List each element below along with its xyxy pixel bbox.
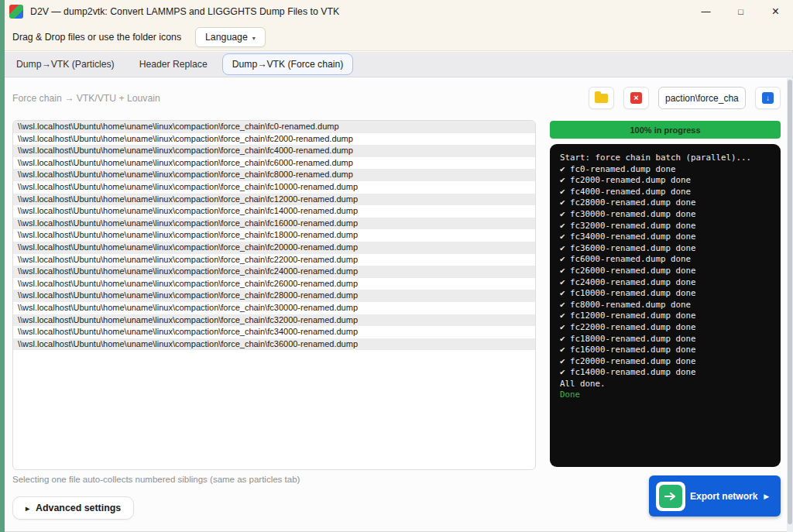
console-line: All done. [560,379,771,390]
console-line: ✔ fc6000-renamed.dump done [560,254,771,266]
window-scrollbar[interactable] [787,78,793,532]
file-row[interactable]: \\wsl.localhost\Ubuntu\home\uname\linux\… [13,266,535,278]
language-label: Language [205,32,248,43]
clear-list-button[interactable] [623,87,649,109]
console-line: ✔ fc36000-renamed.dump done [560,243,771,255]
console-line: ✔ fc28000-renamed.dump done [560,197,771,209]
console-line: ✔ fc16000-renamed.dump done [560,345,771,356]
console-line: ✔ fc30000-renamed.dump done [560,209,771,221]
console-line: ✔ fc18000-renamed.dump done [560,334,771,345]
file-row[interactable]: \\wsl.localhost\Ubuntu\home\uname\linux\… [13,338,535,351]
console-line: ✔ fc4000-renamed.dump done [560,187,771,198]
play-icon: ▶ [764,493,769,500]
output-toolbar [589,87,781,109]
file-row[interactable]: \\wsl.localhost\Ubuntu\home\uname\linux\… [13,290,535,302]
file-row[interactable]: \\wsl.localhost\Ubuntu\home\uname\linux\… [13,326,535,338]
file-list[interactable]: \\wsl.localhost\Ubuntu\home\uname\linux\… [12,120,536,470]
file-row[interactable]: \\wsl.localhost\Ubuntu\home\uname\linux\… [13,194,535,206]
tab-dump-vtk-force-chain[interactable]: Dump→VTK (Force chain) [222,53,354,75]
scrollbar-thumb[interactable] [788,80,792,524]
language-dropdown[interactable]: Language ▾ [195,27,266,47]
close-icon: × [772,5,779,19]
output-path-input[interactable] [658,87,746,109]
file-row[interactable]: \\wsl.localhost\Ubuntu\home\uname\linux\… [13,157,535,170]
file-row[interactable]: \\wsl.localhost\Ubuntu\home\uname\linux\… [13,254,535,266]
console-line: Done [560,390,771,401]
console-line: ✔ fc0-renamed.dump done [560,164,771,176]
file-row[interactable]: \\wsl.localhost\Ubuntu\home\uname\linux\… [13,302,535,314]
sibling-hint: Selecting one file auto-collects numbere… [12,475,300,484]
console-line: ✔ fc2000-renamed.dump done [560,175,771,187]
titlebar: D2V — dump2vtk: Convert LAMMPS and LIGGG… [0,0,793,23]
toolbar: Drag & Drop files or use the folder icon… [0,23,793,51]
maximize-button[interactable]: □ [723,0,758,23]
advanced-settings-label: Advanced settings [36,503,121,513]
close-button[interactable]: × [758,0,793,23]
console-line: ✔ fc10000-renamed.dump done [560,288,771,300]
console-line: ✔ fc26000-renamed.dump done [560,266,771,277]
window-controls: — □ × [688,0,793,23]
file-row[interactable]: \\wsl.localhost\Ubuntu\home\uname\linux\… [13,314,535,327]
file-row[interactable]: \\wsl.localhost\Ubuntu\home\uname\linux\… [13,133,535,146]
file-row[interactable]: \\wsl.localhost\Ubuntu\home\uname\linux\… [13,205,535,218]
clear-x-icon [630,92,642,104]
minimize-button[interactable]: — [688,0,723,23]
app-icon [9,5,23,19]
file-row[interactable]: \\wsl.localhost\Ubuntu\home\uname\linux\… [13,181,535,194]
progress-label: 100% in progress [550,121,781,139]
export-icon [656,482,685,511]
folder-open-icon [595,94,608,103]
console-log[interactable]: Start: force chain batch (parallel)...✔ … [550,144,781,467]
file-row[interactable]: \\wsl.localhost\Ubuntu\home\uname\linux\… [13,121,535,133]
tab-dump-vtk-particles[interactable]: Dump→VTK (Particles) [6,53,125,75]
save-icon [762,92,774,104]
console-line: Start: force chain batch (parallel)... [560,153,771,164]
tab-header-replace[interactable]: Header Replace [129,53,218,75]
expander-icon: ▸ [26,504,29,513]
file-row[interactable]: \\wsl.localhost\Ubuntu\home\uname\linux\… [13,278,535,290]
export-label: Export network [690,491,757,502]
file-row[interactable]: \\wsl.localhost\Ubuntu\home\uname\linux\… [13,145,535,157]
export-arrow-icon [659,485,682,508]
file-row[interactable]: \\wsl.localhost\Ubuntu\home\uname\linux\… [13,229,535,242]
console-line: ✔ fc32000-renamed.dump done [560,221,771,232]
console-line: ✔ fc24000-renamed.dump done [560,277,771,289]
console-line: ✔ fc8000-renamed.dump done [560,300,771,311]
advanced-settings-button[interactable]: ▸ Advanced settings [12,496,134,520]
maximize-icon: □ [738,7,743,16]
save-output-button[interactable] [755,87,781,109]
console-line: ✔ fc20000-renamed.dump done [560,356,771,368]
chevron-down-icon: ▾ [252,35,256,42]
section-title: Force chain → VTK/VTU + Louvain [12,93,160,104]
accent-strip [0,0,5,532]
export-network-button[interactable]: Export network ▶ [649,475,781,517]
open-folder-button[interactable] [589,87,614,109]
console-line: ✔ fc22000-renamed.dump done [560,322,771,334]
console-line: ✔ fc34000-renamed.dump done [560,232,771,243]
tab-bar: Dump→VTK (Particles) Header Replace Dump… [0,52,793,77]
window-title: D2V — dump2vtk: Convert LAMMPS and LIGGG… [30,6,339,17]
progress-bar: 100% in progress [550,121,781,139]
console-line: ✔ fc14000-renamed.dump done [560,367,771,379]
minimize-icon: — [702,6,711,17]
console-line: ✔ fc12000-renamed.dump done [560,311,771,322]
file-row[interactable]: \\wsl.localhost\Ubuntu\home\uname\linux\… [13,218,535,230]
file-row[interactable]: \\wsl.localhost\Ubuntu\home\uname\linux\… [13,169,535,181]
drag-drop-hint: Drag & Drop files or use the folder icon… [12,32,181,43]
file-row[interactable]: \\wsl.localhost\Ubuntu\home\uname\linux\… [13,242,535,254]
